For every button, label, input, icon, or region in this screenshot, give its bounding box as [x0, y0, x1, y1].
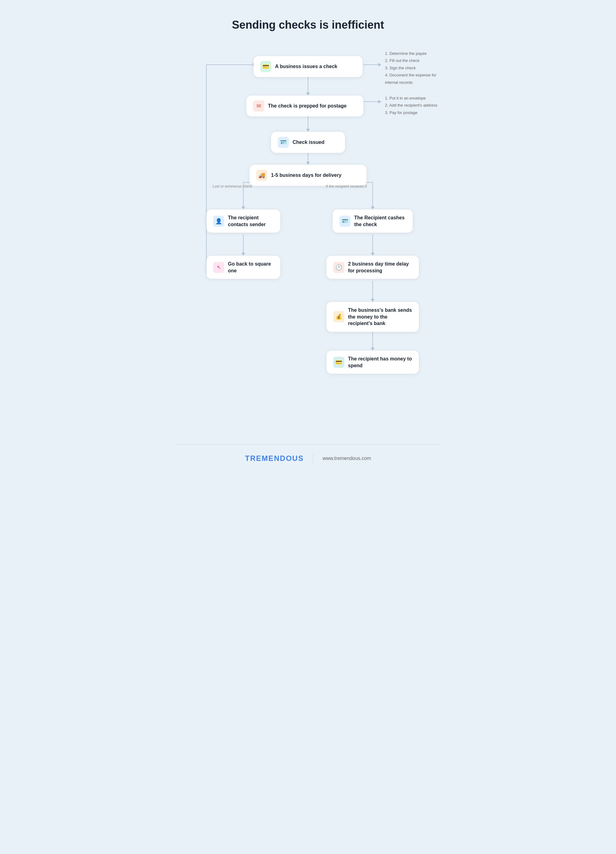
footer-url: www.tremendous.com — [322, 456, 371, 461]
bank-sends-label: The business's bank sends the money to t… — [348, 307, 412, 327]
goback-label: Go back to square one — [228, 261, 273, 274]
issue-note-3: 3. Sign the check — [385, 64, 441, 72]
issue-note-4: 4. Document the expense for internal rec… — [385, 72, 441, 86]
svg-marker-7 — [378, 100, 381, 104]
postage-note-1: 1. Put it in an envelope — [385, 95, 438, 102]
node-issued: 🪪 Check issued — [271, 132, 345, 153]
delay-label: 2 business day time delay for processing — [348, 261, 412, 274]
svg-marker-22 — [371, 253, 375, 256]
issue-label: A business issues a check — [275, 63, 337, 70]
svg-marker-5 — [306, 129, 310, 132]
node-issue: 💳 A business issues a check — [253, 56, 363, 77]
issue-note: 1. Determine the payee 2. Fill out the c… — [384, 50, 441, 86]
svg-marker-26 — [371, 348, 375, 351]
page-title: Sending checks is inefficient — [175, 18, 441, 31]
footer-brand: TREMENDOUS — [245, 454, 304, 463]
issue-note-1: 1. Determine the payee — [385, 50, 441, 57]
postage-label: The check is prepped for postage — [268, 102, 346, 109]
footer: TREMENDOUS www.tremendous.com — [175, 444, 441, 472]
contacts-icon: 👤 — [213, 216, 224, 227]
svg-marker-16 — [241, 253, 245, 256]
delivery-icon: 🚚 — [256, 170, 267, 181]
node-contacts: 👤 The recipient contacts sender — [206, 209, 280, 233]
node-has-money: 💳 The recipient has money to spend — [326, 351, 419, 374]
postage-note-2: 2. Add the recipient's address — [385, 102, 438, 109]
node-cashes: 🪪 The Recipient cashes the check — [332, 209, 413, 233]
goback-icon: ↖ — [213, 262, 224, 273]
delivery-label: 1-5 business days for delivery — [271, 172, 342, 179]
contacts-label: The recipient contacts sender — [228, 214, 273, 228]
svg-marker-12 — [241, 206, 245, 209]
postage-icon: ✉ — [253, 101, 264, 111]
issued-icon: 🪪 — [278, 137, 289, 148]
footer-divider — [313, 454, 313, 463]
node-postage: ✉ The check is prepped for postage — [246, 96, 363, 116]
svg-marker-3 — [378, 63, 381, 67]
svg-marker-9 — [306, 162, 310, 165]
issue-icon: 💳 — [260, 61, 271, 72]
issue-note-2: 2. Fill out the check — [385, 57, 441, 64]
node-delay: 🕐 2 business day time delay for processi… — [326, 256, 419, 279]
issued-label: Check issued — [293, 139, 324, 146]
node-bank-sends: 💰 The business's bank sends the money to… — [326, 302, 419, 332]
postage-note-3: 3. Pay for postage — [385, 109, 438, 116]
cashes-icon: 🪪 — [339, 216, 351, 227]
branch-label-lost: Lost or erroneous check — [212, 184, 252, 189]
svg-marker-24 — [371, 299, 375, 302]
node-delivery: 🚚 1-5 business days for delivery — [250, 165, 366, 186]
branch-label-received: If the recipient receives it — [326, 184, 367, 189]
node-goback: ↖ Go back to square one — [206, 256, 280, 279]
has-money-label: The recipient has money to spend — [348, 355, 412, 369]
cashes-label: The Recipient cashes the check — [354, 214, 406, 228]
delay-icon: 🕐 — [333, 262, 345, 273]
bank-sends-icon: 💰 — [333, 311, 345, 322]
svg-marker-1 — [306, 92, 310, 96]
postage-note: 1. Put it in an envelope 2. Add the reci… — [384, 95, 438, 116]
svg-marker-14 — [371, 206, 375, 209]
has-money-icon: 💳 — [333, 357, 345, 368]
page-wrapper: Sending checks is inefficient — [163, 0, 453, 485]
diagram: 💳 A business issues a check 1. Determine… — [175, 50, 441, 419]
